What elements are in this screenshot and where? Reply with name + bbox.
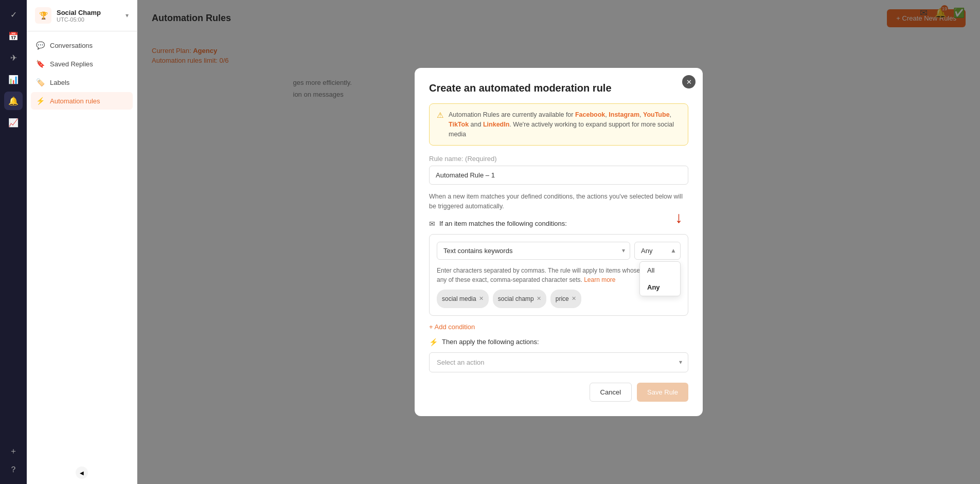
modal-title: Create an automated moderation rule [429,82,688,94]
conditions-header: ✉ If an item matches the following condi… [429,220,688,228]
tag-label-price: price [556,295,569,302]
rail-icon-help[interactable]: ？ [4,460,23,479]
sidebar-item-conversations[interactable]: 💬 Conversations [31,37,133,54]
sidebar-logo: 🏆 [35,7,51,24]
tag-social-media: social media ✕ [437,290,489,308]
action-select-wrapper: Select an action ▾ [429,352,688,372]
sidebar-title-block: Social Champ UTC-05:00 [57,9,120,23]
condition-box: ↓ Text contains keywords ▾ Any [429,234,688,316]
sidebar-item-label-automation: Automation rules [50,97,100,105]
conditions-section: ✉ If an item matches the following condi… [429,220,688,316]
sidebar-header[interactable]: 🏆 Social Champ UTC-05:00 ▾ [27,0,137,31]
condition-type-select[interactable]: Text contains keywords [437,242,630,260]
tag-label-social-media: social media [442,295,476,302]
any-selected-value: Any [641,247,652,255]
tag-social-champ: social champ ✕ [493,290,546,308]
any-option-all[interactable]: All [640,262,680,279]
rail-icon-calendar[interactable]: 📅 [4,27,23,45]
labels-icon: 🏷️ [36,78,45,86]
tag-price: price ✕ [550,290,581,308]
modal-dialog: ✕ Create an automated moderation rule ⚠ … [415,68,703,416]
warning-box: ⚠ Automation Rules are currently availab… [429,103,688,146]
condition-top-row: Text contains keywords ▾ Any ▲ [437,242,681,260]
actions-header-text: Then apply the following actions: [442,338,539,346]
rail-icon-add[interactable]: ＋ [4,442,23,460]
any-option-any[interactable]: Any [640,279,680,296]
actions-section: ⚡ Then apply the following actions: Sele… [429,338,688,372]
platform-tiktok[interactable]: TikTok [449,121,469,128]
rail-icon-engagement[interactable]: 🔔 [4,92,23,110]
condition-type-wrapper: Text contains keywords ▾ [437,242,630,260]
rail-icon-analytics[interactable]: 📈 [4,113,23,132]
platform-linkedin[interactable]: LinkedIn [483,121,509,128]
automation-icon: ⚡ [36,97,45,105]
any-select-wrapper: Any ▲ All Any [634,242,681,260]
sidebar-item-label-conversations: Conversations [50,42,93,49]
actions-header: ⚡ Then apply the following actions: [429,338,688,346]
icon-rail: ✓ 📅 ✈ 📊 🔔 📈 ＋ ？ [0,0,27,484]
action-select[interactable]: Select an action [429,352,688,372]
saved-replies-icon: 🔖 [36,60,45,68]
conversations-icon: 💬 [36,41,45,49]
learn-more-link[interactable]: Learn more [584,276,615,283]
sidebar-item-label-saved-replies: Saved Replies [50,60,93,68]
rail-icon-checkin[interactable]: ✓ [4,5,23,24]
sidebar-item-label-labels: Labels [50,79,69,86]
any-select[interactable]: Any [634,242,681,260]
warning-icon: ⚠ [437,111,443,139]
red-arrow-indicator: ↓ [675,210,683,225]
tag-remove-social-champ[interactable]: ✕ [537,295,541,302]
tag-remove-price[interactable]: ✕ [572,295,576,302]
platform-youtube[interactable]: YouTube [643,111,670,118]
tag-label-social-champ: social champ [498,295,534,302]
sidebar-item-labels[interactable]: 🏷️ Labels [31,74,133,91]
rule-name-label: Rule name: (Required) [429,155,688,163]
tag-remove-social-media[interactable]: ✕ [479,295,484,302]
rule-description: When a new item matches your defined con… [429,192,688,211]
modal-footer: Cancel Save Rule [429,383,688,402]
sidebar: 🏆 Social Champ UTC-05:00 ▾ 💬 Conversatio… [27,0,137,484]
modal-overlay: ✕ Create an automated moderation rule ⚠ … [137,0,980,484]
sidebar-nav: 💬 Conversations 🔖 Saved Replies 🏷️ Label… [27,31,137,461]
rule-name-input[interactable] [429,166,688,185]
sidebar-chevron-icon[interactable]: ▾ [126,12,129,19]
platform-instagram[interactable]: Instagram [609,111,639,118]
condition-type-label: Text contains keywords [443,247,512,255]
sidebar-item-saved-replies[interactable]: 🔖 Saved Replies [31,55,133,73]
main-area: Automation Rules + Create New Rules ✉ 🔔 … [137,0,980,484]
cancel-button[interactable]: Cancel [590,383,632,402]
any-dropdown: All Any [639,261,681,296]
platform-facebook[interactable]: Facebook [575,111,605,118]
warning-text: Automation Rules are currently available… [449,110,681,139]
action-placeholder: Select an action [437,358,485,366]
add-condition-button[interactable]: + Add condition [429,323,475,331]
modal-close-button[interactable]: ✕ [682,75,696,88]
sidebar-item-automation-rules[interactable]: ⚡ Automation rules [31,92,133,110]
conditions-header-text: If an item matches the following conditi… [439,220,567,227]
sidebar-collapse-button[interactable]: ◀ [76,467,88,479]
save-rule-button[interactable]: Save Rule [637,383,688,402]
rail-icon-chart[interactable]: 📊 [4,70,23,88]
envelope-icon: ✉ [429,220,435,228]
sidebar-timezone: UTC-05:00 [57,16,120,23]
rail-icon-send[interactable]: ✈ [4,48,23,67]
sidebar-app-name: Social Champ [57,9,120,16]
lightning-icon: ⚡ [429,338,438,346]
